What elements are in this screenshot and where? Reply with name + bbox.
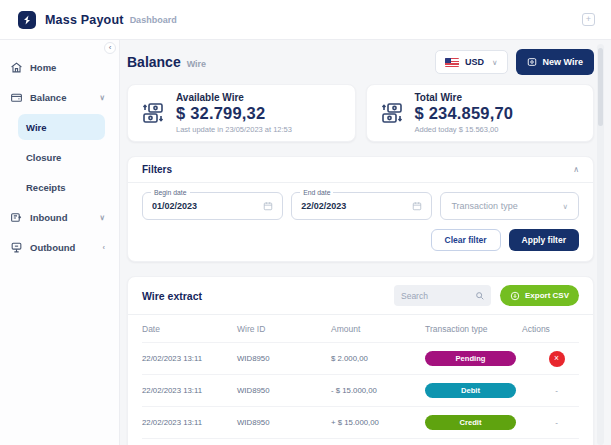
window-control-icon[interactable]: + xyxy=(582,13,595,26)
wire-transfer-icon xyxy=(380,101,404,125)
status-badge: Debit xyxy=(425,383,516,398)
total-wire-card: Total Wire $ 234.859,70 Added today $ 15… xyxy=(366,84,595,142)
new-wire-button[interactable]: New Wire xyxy=(516,49,594,75)
new-wire-icon xyxy=(527,57,537,67)
calendar-icon[interactable] xyxy=(263,201,273,211)
sidebar-item-inbound[interactable]: Inbound ∨ xyxy=(0,202,119,232)
sidebar: ‹ Home Balance ∨ Wire Closure xyxy=(0,40,120,445)
search-box[interactable] xyxy=(394,285,491,306)
outbound-icon xyxy=(10,241,23,254)
cell-wire-id: WID8950 xyxy=(237,386,331,395)
cell-amount: $ 2.000,00 xyxy=(331,354,425,363)
begin-date-input[interactable] xyxy=(152,201,237,211)
brand-logo-icon xyxy=(18,11,36,29)
cell-date: 22/02/2023 13:11 xyxy=(142,386,237,395)
sidebar-item-closure[interactable]: Closure xyxy=(0,142,119,172)
chevron-down-icon: ∨ xyxy=(563,202,569,211)
column-header-transaction-type: Transaction type xyxy=(425,324,516,334)
table-row: 22/02/2023 13:11 WID8950 + $ 15.000,00 C… xyxy=(142,406,579,438)
card-title: Available Wire xyxy=(176,92,292,103)
download-icon xyxy=(510,291,520,301)
summary-cards: Available Wire $ 32.799,32 Last update i… xyxy=(127,84,594,142)
card-caption: Last update in 23/05/2023 at 12:53 xyxy=(176,125,292,134)
sidebar-item-home[interactable]: Home xyxy=(0,52,119,82)
export-csv-label: Export CSV xyxy=(525,291,569,300)
begin-date-label: Begin date xyxy=(151,189,190,196)
chevron-down-icon: ∨ xyxy=(100,93,106,102)
cell-wire-id: WID8950 xyxy=(237,354,331,363)
page-title: Balance xyxy=(127,54,181,70)
wire-extract-title: Wire extract xyxy=(142,290,202,302)
begin-date-field[interactable]: Begin date xyxy=(142,192,283,220)
status-badge: Pending xyxy=(425,351,516,366)
cell-wire-id: WID8950 xyxy=(237,418,331,427)
sidebar-item-label: Balance xyxy=(30,92,66,103)
scrollbar-thumb[interactable] xyxy=(598,48,603,126)
card-title: Total Wire xyxy=(415,92,514,103)
sidebar-item-label: Home xyxy=(30,62,56,73)
search-input[interactable] xyxy=(401,291,475,301)
status-badge: Credit xyxy=(425,415,516,430)
filters-title: Filters xyxy=(142,164,172,175)
wire-extract-panel: Wire extract Export CSV xyxy=(127,276,594,445)
sidebar-item-label: Closure xyxy=(26,152,61,163)
transaction-type-select[interactable]: Transaction type ∨ xyxy=(440,192,579,220)
table-row: 22/02/2023 13:11 WID8950 - $ 15.000,00 D… xyxy=(142,374,579,406)
cell-action-empty: - xyxy=(516,418,579,427)
clear-filter-button[interactable]: Clear filter xyxy=(431,229,501,251)
wire-transfer-icon xyxy=(141,101,165,125)
cancel-wire-button[interactable]: × xyxy=(549,351,565,367)
sidebar-collapse-button[interactable]: ‹ xyxy=(104,42,116,54)
currency-value: USD xyxy=(465,57,484,67)
end-date-input[interactable] xyxy=(301,201,386,211)
sidebar-item-label: Wire xyxy=(26,122,47,133)
sidebar-item-balance[interactable]: Balance ∨ xyxy=(0,82,119,112)
brand-title: Mass Payout xyxy=(45,13,124,27)
app-window: Mass Payout Dashboard + ‹ Home Balance ∨ xyxy=(0,0,611,445)
sidebar-item-label: Outbound xyxy=(30,242,75,253)
new-wire-label: New Wire xyxy=(543,57,583,67)
currency-select[interactable]: USD ∨ xyxy=(435,50,508,74)
sidebar-item-receipts[interactable]: Receipts xyxy=(0,172,119,202)
scrollbar-track xyxy=(597,44,604,445)
cell-date: 22/02/2023 13:11 xyxy=(142,354,237,363)
chevron-down-icon: ∨ xyxy=(492,58,498,67)
cell-date: 22/02/2023 13:11 xyxy=(142,418,237,427)
calendar-icon[interactable] xyxy=(412,201,422,211)
card-amount: $ 32.799,32 xyxy=(176,104,292,123)
export-csv-button[interactable]: Export CSV xyxy=(500,285,579,306)
column-header-wire-id: Wire ID xyxy=(237,324,331,334)
sidebar-item-outbound[interactable]: Outbound ‹ xyxy=(0,232,119,262)
sidebar-item-wire[interactable]: Wire xyxy=(18,114,105,140)
sidebar-item-label: Receipts xyxy=(26,182,66,193)
wire-extract-header: Wire extract Export CSV xyxy=(128,277,593,314)
home-icon xyxy=(10,61,23,74)
cell-amount: - $ 15.000,00 xyxy=(331,386,425,395)
search-icon xyxy=(475,291,485,301)
available-wire-card: Available Wire $ 32.799,32 Last update i… xyxy=(127,84,356,142)
collapse-chevron-up-icon[interactable]: ∧ xyxy=(573,165,579,174)
table-row: 22/02/2023 13:11 WID8950 $ 2.000,00 Pend… xyxy=(142,342,579,374)
chevron-left-icon: ‹ xyxy=(103,243,106,252)
sidebar-item-label: Inbound xyxy=(30,212,67,223)
filters-header: Filters ∧ xyxy=(128,157,593,183)
usa-flag-icon xyxy=(445,58,459,67)
filters-panel: Filters ∧ Begin date End date xyxy=(127,156,594,262)
end-date-field[interactable]: End date xyxy=(291,192,432,220)
page-subtitle: Wire xyxy=(187,59,206,69)
table-row: 22/02/2023 13:11 WID8950 - $ 15.000,00 T… xyxy=(142,438,579,445)
wallet-icon xyxy=(10,91,23,104)
chevron-down-icon: ∨ xyxy=(100,213,106,222)
card-caption: Added today $ 15.563,00 xyxy=(415,125,514,134)
inbound-icon xyxy=(10,211,23,224)
end-date-label: End date xyxy=(300,189,333,196)
brand-subtitle: Dashboard xyxy=(130,15,177,25)
column-header-actions: Actions xyxy=(516,324,579,334)
wire-extract-table: Date Wire ID Amount Transaction type Act… xyxy=(128,314,593,445)
column-header-amount: Amount xyxy=(331,324,425,334)
table-header-row: Date Wire ID Amount Transaction type Act… xyxy=(142,315,579,342)
card-amount: $ 234.859,70 xyxy=(415,104,514,123)
cell-amount: + $ 15.000,00 xyxy=(331,418,425,427)
column-header-date: Date xyxy=(142,324,237,334)
apply-filter-button[interactable]: Apply filter xyxy=(509,229,579,251)
